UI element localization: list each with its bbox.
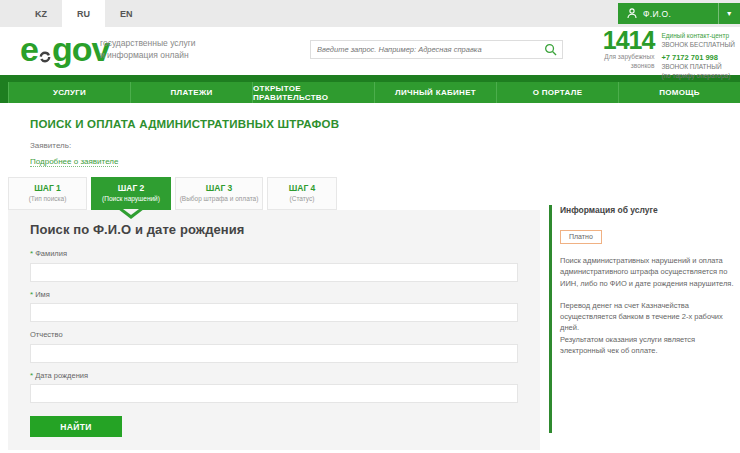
nav-corner-decoration [0,82,8,103]
service-terms: Перевод денег на счет Казначейства осуще… [560,300,735,356]
lang-tab-en[interactable]: EN [105,0,148,27]
contact-center-block: 1414 Единый контакт-центр ЗВОНОК БЕСПЛАТ… [598,30,735,81]
abroad-calls-label: Для зарубежных звонков [598,53,654,81]
required-marker: * [30,249,33,258]
site-header: e gov государственные услуги и информаци… [0,27,740,75]
nav-item-about-portal[interactable]: О ПОРТАЛЕ [496,82,618,103]
middlename-input[interactable] [30,344,518,363]
firstname-input[interactable] [30,303,518,322]
form-heading: Поиск по Ф.И.О и дате рождения [30,222,518,237]
lang-tab-kz[interactable]: KZ [20,0,62,27]
top-bar: KZ RU EN Ф.И.О. ▼ [0,0,740,27]
tab-step-2-active[interactable]: ШАГ 2 (Поиск нарушений) [91,177,171,210]
field-firstname: *Имя [30,290,518,323]
nav-item-services[interactable]: УСЛУГИ [8,82,130,103]
user-name-label: Ф.И.О. [643,9,671,19]
middlename-label: Отчество [30,330,63,339]
required-marker: * [30,371,33,380]
nav-item-personal-cabinet[interactable]: ЛИЧНЫЙ КАБИНЕТ [374,82,496,103]
birthdate-label: Дата рождения [35,371,88,380]
tab-step-4[interactable]: ШАГ 4 (Статус) [267,177,337,210]
contact-center-labels: Единый контакт-центр ЗВОНОК БЕСПЛАТНЫЙ [661,30,735,51]
sidebar-heading: Информация об услуге [560,205,735,215]
nav-item-help[interactable]: ПОМОЩЬ [618,82,740,103]
search-input[interactable] [311,45,544,54]
chevron-down-icon[interactable]: ▼ [718,3,740,24]
page-title: ПОИСК И ОПЛАТА АДМИНИСТРАТИВНЫХ ШТРАФОВ [30,118,740,130]
egov-portal-page: KZ RU EN Ф.И.О. ▼ e gov государственные … [0,0,740,453]
search-submit-button[interactable]: НАЙТИ [30,416,122,437]
language-switcher: KZ RU EN [20,0,148,27]
person-icon [627,8,637,19]
lang-tab-ru[interactable]: RU [62,0,105,27]
phone-number: +7 7172 701 998 [661,53,735,63]
logo-ring-icon [39,51,51,63]
field-birthdate: *Дата рождения [30,371,518,404]
nav-item-payments[interactable]: ПЛАТЕЖИ [130,82,252,103]
service-info-sidebar: Информация об услуге Платно Поиск админи… [549,205,735,433]
field-middlename: Отчество [30,330,518,363]
fio-search-form: Поиск по Ф.И.О и дате рождения *Фамилия … [8,210,540,450]
paid-service-badge: Платно [560,230,602,244]
applicant-label: Заявитель: [30,141,740,150]
service-description: Поиск административных нарушений и оплат… [560,255,735,289]
nav-item-open-government[interactable]: ОТКРЫТОЕ ПРАВИТЕЛЬСТВО [252,82,374,103]
site-tagline: государственные услуги и информация онла… [100,38,196,62]
lastname-label: Фамилия [35,249,67,258]
birthdate-input[interactable] [30,384,518,403]
logo-text-e: e [20,29,38,69]
applicant-details-link[interactable]: Подробнее о заявителе [30,157,118,167]
egov-logo[interactable]: e gov [20,29,109,69]
contact-short-number: 1414 [598,30,654,51]
tab-step-3[interactable]: ШАГ 3 (Выбор штрафа и оплата) [175,177,263,210]
firstname-label: Имя [35,290,50,299]
field-lastname: *Фамилия [30,249,518,282]
site-search [310,40,563,59]
user-account-button[interactable]: Ф.И.О. ▼ [618,3,740,24]
lastname-input[interactable] [30,263,518,282]
paid-phone-block: +7 7172 701 998 ЗВОНОК ПЛАТНЫЙ (по тариф… [661,53,735,81]
search-icon[interactable] [544,43,562,56]
required-marker: * [30,290,33,299]
main-content: ПОИСК И ОПЛАТА АДМИНИСТРАТИВНЫХ ШТРАФОВ … [0,118,740,453]
tab-step-1[interactable]: ШАГ 1 (Тип поиска) [8,177,87,210]
